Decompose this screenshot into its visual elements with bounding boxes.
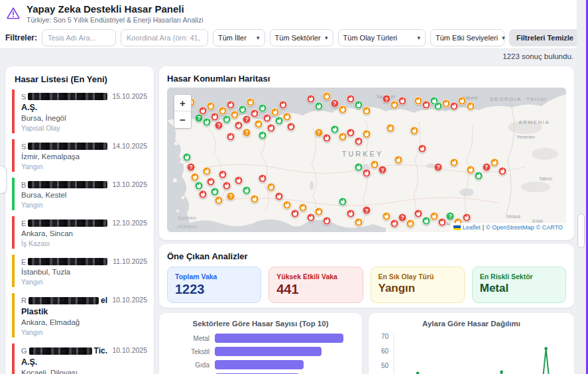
map-marker-fire[interactable] [274,192,283,200]
select-provinces[interactable]: Tüm İller ▾ [213,29,265,46]
list-item[interactable]: GTic.A.Ş.Kocaeli, DilovasıPatlama10.10.2… [12,343,148,374]
facility-search-input[interactable] [42,29,116,46]
list-item[interactable]: Eİstanbul, TuzlaYangın11.10.2025 [12,255,148,287]
map-marker-fire[interactable] [259,103,267,112]
map-marker-fire[interactable] [290,209,299,218]
map-marker-fire[interactable] [338,133,347,141]
map-marker-fire[interactable] [346,128,355,137]
map-marker-fire[interactable] [298,203,307,212]
map-marker-fire[interactable] [259,174,267,183]
map-marker-fire[interactable] [450,102,459,111]
map-marker-unknown[interactable]: ? [482,162,491,171]
map-marker-unknown[interactable]: ? [314,128,323,137]
map-marker-fire[interactable] [251,194,259,203]
list-item[interactable]: SA.Ş.Bursa, İnegölYapısal Olay15.10.2025 [12,90,148,133]
map-marker-fire[interactable] [322,92,331,101]
map-marker-fire[interactable] [450,158,459,167]
map-marker-fire[interactable] [314,102,323,111]
map-marker-fire[interactable] [363,106,371,115]
map-marker-fire[interactable] [203,167,211,176]
map-marker-fire[interactable] [422,216,431,225]
map-marker-fire[interactable] [346,95,355,103]
map-marker-fire[interactable] [490,158,499,167]
map-marker-fire[interactable] [394,156,403,164]
zoom-in-button[interactable]: + [174,95,191,111]
map-marker-fire[interactable] [223,182,231,190]
map-marker-fire[interactable] [438,218,447,226]
list-item[interactable]: BBursa, KestelYangın13.10.2025 [12,178,148,210]
map-marker-fire[interactable] [466,166,475,174]
map-marker-fire[interactable] [442,99,451,107]
map-marker-unknown[interactable]: ? [434,162,443,171]
osm-link[interactable]: © OpenStreetMap [486,224,534,231]
map-marker-fire[interactable] [199,190,207,199]
map-marker-fire[interactable] [215,196,223,205]
map-marker-fire[interactable] [227,133,235,141]
map-marker-fire[interactable] [235,176,243,184]
map-marker-fire[interactable] [414,209,423,218]
map-marker-fire[interactable] [346,209,355,218]
map-marker-fire[interactable] [386,124,395,133]
map-marker-fire[interactable] [498,167,506,176]
map-marker-fire[interactable] [235,121,243,129]
map-marker-fire[interactable] [414,96,423,105]
map-marker-fire[interactable] [195,182,204,190]
map-marker-fire[interactable] [418,144,427,153]
map-marker-fire[interactable] [430,212,439,221]
map-marker-fire[interactable] [286,122,295,131]
map-marker-fire[interactable] [410,127,419,135]
map-marker-unknown[interactable]: ? [330,99,339,107]
map-marker-fire[interactable] [382,212,391,221]
map-marker-fire[interactable] [390,101,399,109]
scrollbar-thumb[interactable] [577,214,585,248]
select-impact-levels[interactable]: Tüm Etki Seviyeleri ▾ [430,29,504,46]
map-marker-unknown[interactable]: ? [446,212,455,221]
map-marker-unknown[interactable]: ? [363,206,371,215]
list-item[interactable]: RelPlastikAnkara, ElmadağYangın10.10.202… [12,293,148,338]
map-marker-fire[interactable] [247,97,255,106]
map-marker-fire[interactable] [338,105,347,113]
map-marker-fire[interactable] [207,102,215,111]
map-marker-fire[interactable] [282,112,291,121]
map-marker-fire[interactable] [274,117,283,125]
map-marker-fire[interactable] [466,102,475,111]
line-point[interactable] [544,347,548,350]
map-marker-fire[interactable] [363,168,371,177]
map-marker-fire[interactable] [203,118,211,127]
map-marker-fire[interactable] [354,137,363,145]
map-marker-fire[interactable] [462,214,471,222]
select-sectors[interactable]: Tüm Sektörler ▾ [270,29,333,46]
map-marker-fire[interactable] [322,216,331,225]
clear-filters-button[interactable]: Filtreleri Temizle [509,29,581,46]
map-marker-fire[interactable] [338,198,347,206]
list-item[interactable]: EAnkara, Sincanİş Kazası12.10.2025 [12,216,148,249]
map-marker-fire[interactable] [263,113,271,122]
map-marker-fire[interactable] [398,96,407,105]
map-marker-unknown[interactable]: ? [243,115,251,123]
map-marker-fire[interactable] [243,186,251,194]
map-marker-fire[interactable] [314,208,323,216]
map-marker-fire[interactable] [422,101,431,109]
scrollbar-track[interactable] [577,0,586,374]
map-marker-unknown[interactable]: ? [243,128,251,137]
map-marker-fire[interactable] [199,106,207,115]
map-marker-fire[interactable] [211,112,219,121]
map-marker-fire[interactable] [239,105,247,113]
map-marker-fire[interactable] [227,101,235,109]
zoom-out-button[interactable]: − [174,111,191,128]
map-marker-fire[interactable] [266,183,275,192]
coordinate-search-input[interactable] [121,29,208,46]
map-marker-fire[interactable] [251,109,259,118]
map-marker-fire[interactable] [259,131,267,139]
map-marker-fire[interactable] [354,162,363,171]
leaflet-link[interactable]: Leaflet [463,224,481,231]
map-marker-fire[interactable] [270,108,279,117]
line-point[interactable] [500,370,503,373]
bar-fill[interactable] [215,334,343,343]
map-marker-fire[interactable] [183,153,192,161]
map-marker-fire[interactable] [371,160,379,168]
map-marker-unknown[interactable]: ? [227,192,235,200]
bar-fill[interactable] [215,360,304,369]
map-marker-fire[interactable] [354,218,363,226]
map-marker-fire[interactable] [207,177,215,186]
